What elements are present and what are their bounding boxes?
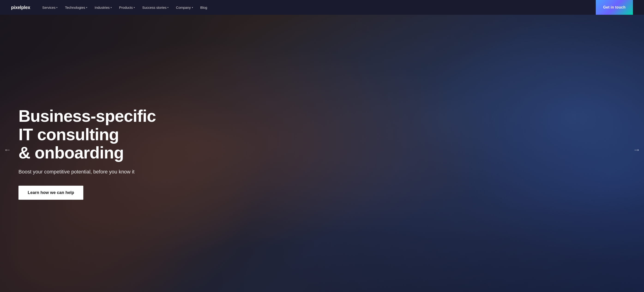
nav-link-technologies[interactable]: Technologies▾: [62, 4, 90, 11]
nav-link-success-stories[interactable]: Success stories▾: [140, 4, 171, 11]
hero-subtitle: Boost your competitive potential, before…: [18, 168, 157, 176]
chevron-down-icon: ▾: [86, 6, 87, 9]
hero-content: Business-specific IT consulting & onboar…: [0, 92, 176, 200]
chevron-down-icon: ▾: [56, 6, 58, 9]
nav-link-services[interactable]: Services▾: [40, 4, 60, 11]
navbar-left: pixelplex Services▾Technologies▾Industri…: [11, 4, 210, 11]
hero-next-arrow[interactable]: →: [629, 134, 644, 158]
chevron-down-icon: ▾: [110, 6, 112, 9]
hero-cta-button[interactable]: Learn how we can help: [18, 186, 83, 200]
hero-title: Business-specific IT consulting & onboar…: [18, 107, 157, 162]
hero-title-line2: & onboarding: [18, 143, 124, 162]
logo-text: pixelplex: [11, 5, 30, 10]
logo[interactable]: pixelplex: [11, 5, 30, 10]
nav-link-industries[interactable]: Industries▾: [92, 4, 114, 11]
get-in-touch-button[interactable]: Get in touch: [596, 0, 633, 15]
chevron-down-icon: ▾: [167, 6, 168, 9]
navbar: pixelplex Services▾Technologies▾Industri…: [0, 0, 644, 15]
nav-links: Services▾Technologies▾Industries▾Product…: [40, 4, 210, 11]
nav-link-products[interactable]: Products▾: [116, 4, 138, 11]
chevron-down-icon: ▾: [134, 6, 135, 9]
chevron-down-icon: ▾: [192, 6, 193, 9]
nav-link-company[interactable]: Company▾: [173, 4, 196, 11]
hero-title-line1: Business-specific IT consulting: [18, 107, 156, 143]
nav-link-blog[interactable]: Blog: [198, 4, 210, 11]
hero-section: Business-specific IT consulting & onboar…: [0, 0, 644, 292]
hero-prev-arrow[interactable]: ←: [0, 134, 15, 158]
